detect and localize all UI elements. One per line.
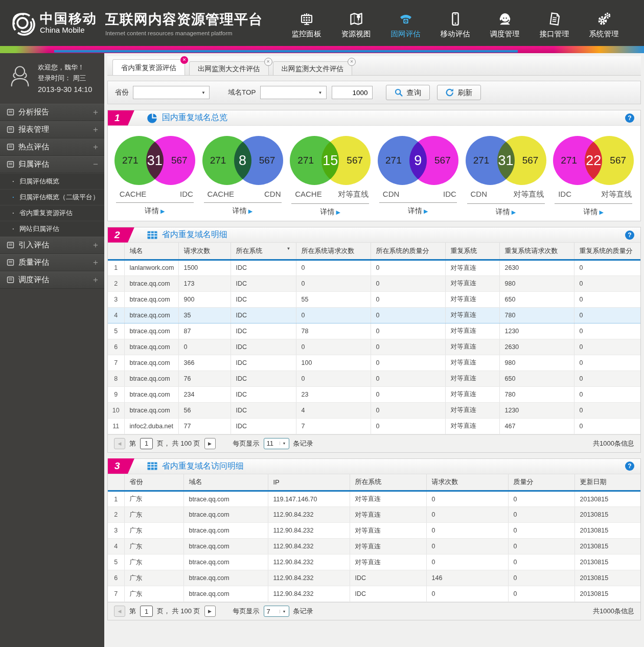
telephone-icon — [381, 7, 430, 27]
table-row[interactable]: 3广东btrace.qq.com112.90.84.232对等直连0020130… — [108, 523, 640, 539]
refresh-button[interactable]: 刷新 — [437, 85, 481, 100]
table-cell: btrace.qq.com — [124, 307, 178, 323]
table-row[interactable]: 6广东btrace.qq.com112.90.84.232IDC14602013… — [108, 570, 640, 586]
table-row[interactable]: 9btrace.qq.com234IDC230对等直连7800 — [108, 386, 640, 402]
prev-page-button[interactable]: ◀ — [114, 606, 125, 617]
per-page-select[interactable]: 11 ▼ — [264, 438, 289, 449]
nav-item-telephone[interactable]: 固网评估 — [381, 7, 430, 39]
nav-item-gears[interactable]: 系统管理 — [579, 7, 629, 39]
close-icon[interactable]: ✕ — [180, 56, 189, 64]
detail-link[interactable]: 详情▶ — [320, 207, 340, 217]
column-header-label: 更新日期 — [580, 478, 607, 486]
per-page-select[interactable]: 7 ▼ — [264, 606, 289, 617]
nav-item-interface[interactable]: 接口管理 — [530, 7, 579, 39]
table-row[interactable]: 1lanlanwork.com1500IDC00对等直连26300 — [108, 260, 640, 275]
row-index: 6 — [108, 339, 124, 355]
help-icon[interactable]: ? — [625, 113, 634, 123]
page-number-input[interactable]: 1 — [140, 438, 153, 449]
table-row[interactable]: 2btrace.qq.com173IDC00对等直连9800 — [108, 275, 640, 291]
table-row[interactable]: 7btrace.qq.com366IDC1000对等直连9800 — [108, 355, 640, 371]
row-index: 9 — [108, 386, 124, 402]
sidebar-subitem[interactable]: ·网站归属评估 — [0, 221, 104, 237]
table-cell: 对等直连 — [445, 323, 499, 339]
table-cell: 对等直连 — [445, 386, 499, 402]
document-icon — [7, 160, 14, 168]
column-header-label: 重复系统的质量分 — [580, 247, 633, 255]
venn-card: 2719567CDNIDC详情▶ — [374, 136, 462, 217]
close-icon[interactable]: ✕ — [348, 58, 356, 66]
table-cell: 0 — [296, 307, 371, 323]
nav-item-mobile[interactable]: 移动评估 — [430, 7, 480, 39]
tab-2[interactable]: 出网监测大文件评估✕ — [189, 61, 269, 75]
prev-page-button[interactable]: ◀ — [114, 438, 125, 449]
detail-link[interactable]: 详情▶ — [145, 206, 165, 216]
table-cell: 20130815 — [574, 554, 640, 570]
venn-right-label: 对等直线 — [338, 190, 369, 199]
venn-diagram: 27115567 — [290, 136, 371, 185]
detail-link[interactable]: 详情▶ — [583, 207, 603, 217]
next-page-button[interactable]: ▶ — [204, 606, 216, 617]
column-header: 重复系统的质量分 — [574, 243, 640, 260]
column-header-label: 所在系统 — [236, 247, 263, 255]
table-row[interactable]: 5广东btrace.qq.com112.90.84.232对等直连0020130… — [108, 554, 640, 570]
map-icon — [331, 7, 381, 27]
sidebar-item-6[interactable]: 质量评估+ — [0, 254, 104, 271]
column-header[interactable]: 所在系统▼ — [231, 243, 296, 260]
sidebar-item-5[interactable]: 引入评估+ — [0, 237, 104, 254]
table-cell: 119.147.146.70 — [268, 491, 350, 507]
table-cell: 对等直连 — [445, 275, 499, 291]
table-cell: 0 — [426, 539, 508, 554]
expand-icon: + — [93, 125, 98, 135]
sidebar-subitem-label: 网站归属评估 — [19, 224, 59, 234]
sidebar-subitem[interactable]: ·省内重复资源评估 — [0, 205, 104, 221]
tab-1[interactable]: 省内重复资源评估✕ — [112, 59, 185, 75]
sidebar-item-7[interactable]: 调度评估+ — [0, 271, 104, 289]
sort-caret-icon[interactable]: ▼ — [287, 246, 291, 251]
table-row[interactable]: 4btrace.qq.com35IDC00对等直连7800 — [108, 307, 640, 323]
detail-link[interactable]: 详情▶ — [496, 207, 516, 217]
nav-label: 系统管理 — [579, 29, 629, 39]
table-cell: 20130815 — [574, 523, 640, 539]
table-cell: 0 — [574, 371, 640, 386]
table-row[interactable]: 10btrace.qq.com56IDC40对等直连12300 — [108, 402, 640, 418]
sidebar-item-4[interactable]: 归属评估− — [0, 156, 104, 173]
province-select[interactable]: ▼ — [133, 86, 210, 99]
table-row[interactable]: 7广东btrace.qq.com112.90.84.232IDC00201308… — [108, 586, 640, 602]
table-row[interactable]: 1广东btrace.qq.com119.147.146.70对等直连002013… — [108, 491, 640, 507]
venn-diagram: 2718567 — [202, 136, 283, 185]
table-row[interactable]: 4广东btrace.qq.com112.90.84.232对等直连0020130… — [108, 539, 640, 554]
table-cell: IDC — [231, 386, 296, 402]
tab-3[interactable]: 出网监测大文件评估✕ — [273, 61, 353, 75]
top-count-input[interactable] — [332, 86, 373, 99]
table-cell: IDC — [231, 275, 296, 291]
close-icon[interactable]: ✕ — [264, 58, 272, 66]
table-cell: IDC — [231, 339, 296, 355]
table-row[interactable]: 5btrace.qq.com87IDC780对等直连12300 — [108, 323, 640, 339]
venn-left-label: CACHE — [208, 190, 235, 198]
table-row[interactable]: 2广东btrace.qq.com112.90.84.232对等直连0020130… — [108, 507, 640, 523]
sidebar-item-1[interactable]: 分析报告+ — [0, 104, 104, 121]
page-number-input[interactable]: 1 — [140, 606, 153, 617]
next-page-button[interactable]: ▶ — [204, 438, 216, 449]
sidebar-item-2[interactable]: 报表管理+ — [0, 121, 104, 138]
column-header-label: 请求次数 — [184, 247, 211, 255]
nav-item-map[interactable]: 资源视图 — [331, 7, 381, 39]
nav-item-dashboard[interactable]: 监控面板 — [282, 7, 331, 39]
table-row[interactable]: 11infoc2.duba.net77IDC70对等直连4670 — [108, 418, 640, 434]
table-row[interactable]: 8btrace.qq.com76IDC00对等直连6500 — [108, 371, 640, 386]
detail-link[interactable]: 详情▶ — [408, 206, 428, 216]
help-icon[interactable]: ? — [625, 461, 634, 471]
table-row[interactable]: 6btrace.qq.com0IDC00对等直连26300 — [108, 339, 640, 355]
sidebar-item-3[interactable]: 热点评估+ — [0, 138, 104, 156]
domain-top-select[interactable]: ▼ — [260, 86, 327, 99]
help-icon[interactable]: ? — [625, 230, 634, 240]
sidebar-subitem[interactable]: ·归属评估概览（二级平台） — [0, 189, 104, 205]
detail-link[interactable]: 详情▶ — [233, 206, 252, 216]
query-button[interactable]: 查询 — [386, 85, 430, 100]
sidebar-subitem-label: 省内重复资源评估 — [19, 209, 73, 218]
venn-diagram: 27131567 — [114, 136, 195, 185]
column-header: 请求次数 — [426, 474, 508, 491]
nav-item-dispatcher[interactable]: 调度管理 — [480, 7, 530, 39]
sidebar-subitem[interactable]: ·归属评估概览 — [0, 173, 104, 189]
table-row[interactable]: 3btrace.qq.com900IDC550对等直连6500 — [108, 291, 640, 307]
